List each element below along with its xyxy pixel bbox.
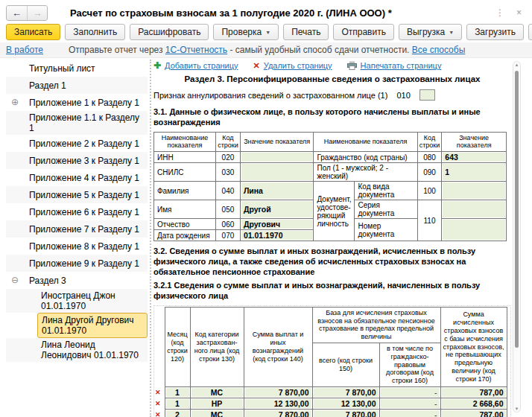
base-gpd-cell[interactable]: - — [379, 387, 440, 398]
sidebar-item-section1[interactable]: Раздел 1 — [6, 77, 148, 94]
window-menu-icon[interactable]: ⋮ — [495, 7, 504, 18]
doc-kind-input[interactable] — [442, 182, 507, 200]
sidebar-item-app6[interactable]: Приложение 6 к Разделу 1 — [6, 203, 148, 220]
snils-input[interactable] — [240, 163, 314, 182]
doc-number-label: Номер документа — [355, 219, 417, 241]
check-button[interactable]: Проверка▼ — [213, 24, 279, 40]
patronymic-code: 060 — [215, 219, 240, 230]
surname-input[interactable]: Лина — [240, 182, 314, 200]
t31-header-name2: Наименование показателя — [314, 132, 417, 152]
back-button[interactable]: ← — [7, 6, 27, 20]
sidebar-splitter[interactable] — [150, 60, 151, 417]
forward-button[interactable]: → — [27, 6, 47, 20]
snils-code: 030 — [215, 163, 240, 182]
doc-series-input[interactable] — [442, 200, 507, 219]
status-state-link[interactable]: В работе — [6, 45, 43, 55]
vertical-scrollbar[interactable]: ▲ ▼ — [513, 61, 521, 413]
base-gpd-cell[interactable]: - — [379, 398, 440, 410]
section3-form: ✚Добавить страницу ✕Удалить страницу Нап… — [153, 58, 511, 417]
save-button[interactable]: Записать — [6, 24, 60, 40]
sidebar-item-person-2-selected[interactable]: Лина Другой Другович 01.01.1970 — [6, 313, 148, 338]
sidebar-item-app1-1[interactable]: Приложение 1.1 к Разделу 1 — [6, 111, 148, 135]
birthdate-code: 070 — [215, 230, 240, 241]
decrypt-button[interactable]: Расшифровать — [130, 24, 209, 40]
category-cell[interactable]: МС — [190, 387, 244, 398]
scroll-up-icon[interactable]: ▲ — [514, 63, 519, 67]
fill-button[interactable]: Заполнить — [65, 24, 125, 40]
status-message: Отправьте отчет через 1С-Отчетность - са… — [69, 45, 465, 55]
expand-icon[interactable]: ⊕ — [11, 97, 19, 107]
t31-header-value: Значение показателя — [240, 132, 314, 152]
sidebar-item-app3[interactable]: Приложение 3 к Разделу 1 — [6, 152, 148, 169]
add-page-link[interactable]: ✚Добавить страницу — [153, 60, 238, 71]
base-gpd-cell[interactable]: - — [379, 410, 440, 417]
sidebar-item-app5[interactable]: Приложение 5 к Разделу 1 — [6, 186, 148, 203]
annul-input[interactable] — [419, 89, 435, 101]
s31-title: 3.1. Данные о физическом лице, в пользу … — [153, 107, 511, 128]
category-cell[interactable]: НР — [190, 398, 244, 410]
amount-cell[interactable]: 7 870,00 — [244, 387, 312, 398]
payments-table: Месяц (код строки 120) Код категории зас… — [155, 307, 507, 417]
printer-icon — [347, 61, 357, 70]
calc-cell[interactable]: 2 668,60 — [440, 398, 507, 410]
doc-series-number-code: 110 — [417, 200, 442, 241]
collapse-icon[interactable]: ⊖ — [11, 275, 19, 285]
scroll-down-icon[interactable]: ▼ — [514, 407, 519, 411]
sections-sidebar: Титульный лист Раздел 1 ⊕Приложение 1 к … — [6, 60, 148, 417]
chevron-down-icon: ▼ — [449, 30, 454, 35]
sidebar-item-person-1[interactable]: Иностранец Джон 01.01.1970 — [6, 289, 148, 313]
base-total-cell[interactable]: 12 130,00 — [312, 398, 379, 410]
firstname-input[interactable]: Другой — [240, 200, 314, 219]
sidebar-item-app7[interactable]: Приложение 7 к Разделу 1 — [6, 220, 148, 238]
sidebar-item-app9[interactable]: Приложение 9 к Разделу 1 — [6, 255, 148, 272]
category-cell[interactable]: МС — [190, 410, 244, 417]
export-button[interactable]: Выгрузка▼ — [399, 24, 462, 40]
surname-label: Фамилия — [154, 182, 216, 200]
patronymic-input[interactable]: Другович — [240, 219, 314, 230]
annul-code: 010 — [396, 91, 410, 100]
calc-cell[interactable]: 787,00 — [440, 387, 507, 398]
registry-button[interactable]: Реестр — [528, 24, 532, 40]
sidebar-item-title-page[interactable]: Титульный лист — [6, 60, 148, 77]
sidebar-item-app1[interactable]: ⊕Приложение 1 к Разделу 1 — [6, 94, 148, 111]
table-row: СНИЛС 030 Пол (1 - мужской; 2 - женский)… — [154, 163, 507, 182]
doc-kind-label: Код вида документа — [355, 182, 417, 200]
base-total-cell[interactable]: 7 870,00 — [312, 410, 379, 417]
print-button[interactable]: Печать — [283, 24, 329, 40]
delete-page-link[interactable]: ✕Удалить страницу — [253, 61, 332, 71]
doc-number-input[interactable] — [442, 219, 507, 241]
inn-input[interactable] — [240, 152, 314, 163]
doc-series-label: Серия документа — [355, 200, 417, 219]
sex-input[interactable]: 1 — [442, 163, 507, 182]
amount-cell[interactable]: 12 130,00 — [244, 398, 312, 410]
sidebar-item-app2[interactable]: Приложение 2 к Разделу 1 — [6, 135, 148, 152]
sidebar-item-person-3[interactable]: Лина Леонид Леонидович 01.01.1970 — [6, 338, 148, 362]
annul-row: Признак аннулирования сведений о застрах… — [153, 89, 511, 101]
calc-cell[interactable]: 787,00 — [440, 410, 507, 417]
sidebar-item-app4[interactable]: Приложение 4 к Разделу 1 — [6, 169, 148, 186]
patronymic-label: Отчество — [154, 219, 216, 230]
print-page-link[interactable]: Напечатать страницу — [347, 61, 442, 70]
base-total-cell[interactable]: 7 870,00 — [312, 387, 379, 398]
citizenship-input[interactable]: 643 — [442, 152, 507, 163]
sidebar-item-section3[interactable]: ⊖Раздел 3 — [6, 272, 148, 289]
1c-reporting-link[interactable]: 1С-Отчетность — [165, 45, 227, 55]
month-cell[interactable]: 1 — [165, 398, 190, 410]
birthdate-label: Дата рождения — [154, 230, 216, 241]
annul-label: Признак аннулирования сведений о застрах… — [153, 91, 387, 100]
load-button[interactable]: Загрузить — [466, 24, 524, 40]
delete-row-button[interactable]: ✕ — [155, 410, 165, 417]
month-cell[interactable]: 1 — [165, 387, 190, 398]
doc-kind-code: 100 — [417, 182, 442, 200]
amount-cell[interactable]: 7 870,00 — [244, 410, 312, 417]
delete-row-button[interactable]: ✕ — [155, 398, 165, 410]
close-icon[interactable]: × — [516, 7, 522, 18]
all-methods-link[interactable]: Все способы — [412, 45, 466, 55]
month-cell[interactable]: 2 — [165, 410, 190, 417]
scrollbar-thumb[interactable] — [515, 71, 519, 348]
table-row: Фамилия 040 Лина Документ, удостове-ряющ… — [154, 182, 507, 200]
send-button[interactable]: Отправить — [333, 24, 394, 40]
delete-row-button[interactable]: ✕ — [155, 387, 165, 398]
sidebar-item-app8[interactable]: Приложение 8 к Разделу 1 — [6, 238, 148, 255]
birthdate-input[interactable]: 01.01.1970 — [240, 230, 314, 241]
